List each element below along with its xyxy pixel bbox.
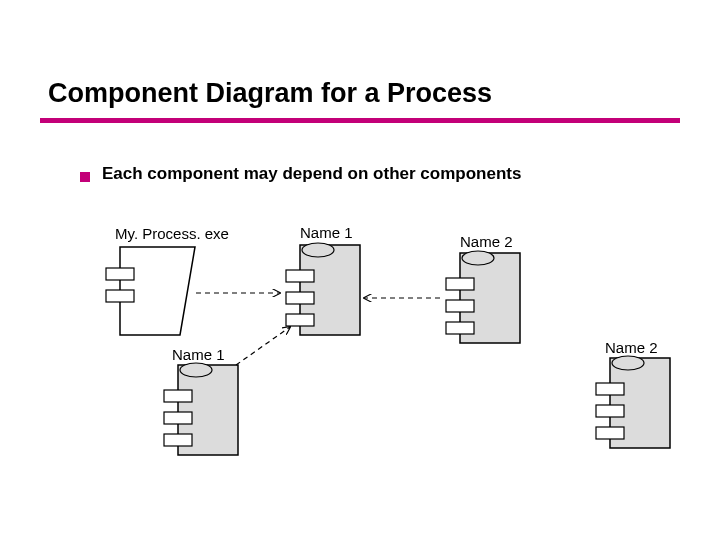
svg-rect-20 — [596, 405, 624, 417]
svg-rect-6 — [286, 314, 314, 326]
label-name2-bottom: Name 2 — [605, 339, 658, 356]
svg-rect-18 — [610, 358, 670, 448]
svg-rect-14 — [164, 390, 192, 402]
svg-rect-15 — [164, 412, 192, 424]
svg-point-12 — [462, 251, 494, 265]
svg-rect-4 — [286, 270, 314, 282]
svg-rect-21 — [596, 427, 624, 439]
component-name2-bottom — [596, 356, 670, 448]
svg-rect-2 — [106, 290, 134, 302]
svg-rect-3 — [300, 245, 360, 335]
dep-d-to-b — [236, 327, 290, 365]
svg-rect-16 — [164, 434, 192, 446]
svg-rect-11 — [446, 322, 474, 334]
bullet-text: Each component may depend on other compo… — [102, 164, 521, 184]
svg-marker-0 — [120, 247, 195, 335]
svg-point-17 — [180, 363, 212, 377]
svg-rect-5 — [286, 292, 314, 304]
component-myprocess — [106, 247, 195, 335]
svg-rect-1 — [106, 268, 134, 280]
label-name1-top: Name 1 — [300, 224, 353, 241]
svg-point-7 — [302, 243, 334, 257]
component-name1-top — [286, 243, 360, 335]
component-name2-top — [446, 251, 520, 343]
title-underline — [40, 118, 680, 123]
bullet-icon — [80, 172, 90, 182]
label-myprocess: My. Process. exe — [115, 225, 229, 242]
component-name1-bottom — [164, 363, 238, 455]
svg-rect-9 — [446, 278, 474, 290]
svg-point-22 — [612, 356, 644, 370]
svg-rect-10 — [446, 300, 474, 312]
svg-rect-13 — [178, 365, 238, 455]
slide-title: Component Diagram for a Process — [48, 78, 492, 109]
svg-rect-19 — [596, 383, 624, 395]
label-name1-bottom: Name 1 — [172, 346, 225, 363]
label-name2-top: Name 2 — [460, 233, 513, 250]
svg-rect-8 — [460, 253, 520, 343]
